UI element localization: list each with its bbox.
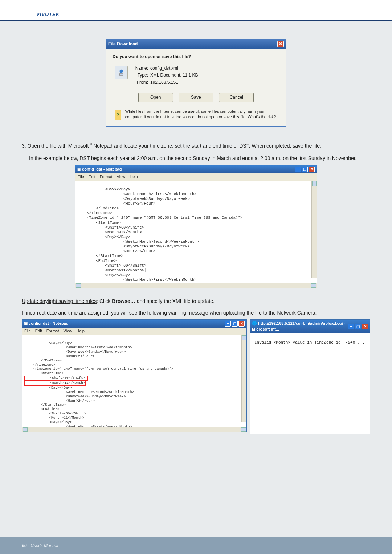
ie-window: 🌐 http://192.168.5.121/cgi-bin/admin/upl… (250, 319, 370, 434)
type-value: XML Document, 11.1 KB (150, 73, 198, 78)
notepad-content: <Day></Day> <WeekinMonth>First</WeekinMo… (78, 187, 242, 283)
menu-edit[interactable]: Edit (89, 174, 95, 180)
notepad-menu[interactable]: File Edit Format View Help (75, 173, 317, 181)
highlight-month: <Month>11</Month> (24, 381, 86, 386)
scrollbar-horizontal[interactable] (22, 427, 246, 432)
step-3-text: 3. Open the file with Microsoft® Notepad… (22, 141, 370, 149)
file-type-icon (115, 66, 128, 79)
notepad-title: config_dst - Notepad (29, 321, 68, 325)
close-icon[interactable]: ✕ (238, 321, 245, 327)
menu-format[interactable]: Format (100, 174, 113, 180)
ie-error-message: Invalid <Month> value in TimeZone id: -2… (250, 333, 370, 358)
highlight-shift: <Shift>60</Shift>| (24, 376, 88, 381)
file-download-dialog: File Download ✕ Do you want to open or s… (106, 39, 286, 127)
brand-label: VIVOTEK (36, 12, 60, 17)
name-value: config_dst.xml (150, 66, 178, 71)
notepad2-mid: <Day></Day> <WeekinMonth>Second</WeekinM… (24, 386, 138, 427)
minimize-icon[interactable]: – (225, 321, 231, 327)
name-label: Name: (132, 65, 148, 71)
scrollbar-horizontal[interactable] (75, 283, 317, 288)
from-value: 192.168.5.151 (150, 80, 178, 85)
minimize-icon[interactable]: – (348, 324, 354, 329)
maximize-icon[interactable]: ▢ (302, 167, 308, 172)
page-footer: 60 - User's Manual (0, 537, 392, 554)
notepad-window: ▣ config_dst - Notepad – ▢ ✕ File Edit F… (75, 165, 317, 288)
notepad2-head: <Day></Day> <WeekinMonth>First</WeekinMo… (24, 341, 173, 375)
dialog-title: File Download (108, 41, 138, 47)
maximize-icon[interactable]: ▢ (232, 321, 238, 327)
maximize-icon[interactable]: ▢ (355, 324, 361, 329)
cancel-button[interactable]: Cancel (219, 93, 254, 102)
from-label: From: (132, 79, 148, 86)
example-paragraph: In the example below, DST begins each ye… (29, 155, 370, 162)
menu-format[interactable]: Format (46, 328, 59, 334)
close-icon[interactable]: ✕ (277, 41, 284, 47)
menu-help[interactable]: Help (76, 328, 85, 334)
ie-title-text: http://192.168.5.121/cgi-bin/admin/uploa… (252, 321, 345, 331)
close-icon[interactable]: ✕ (309, 167, 315, 172)
svg-rect-1 (119, 74, 123, 76)
close-icon[interactable]: ✕ (362, 324, 368, 329)
menu-view[interactable]: View (117, 174, 126, 180)
scrollbar-vertical[interactable] (311, 181, 317, 278)
minimize-icon[interactable]: – (295, 167, 301, 172)
notepad-menu[interactable]: File Edit Format View Help (22, 328, 246, 335)
menu-help[interactable]: Help (130, 174, 138, 180)
svg-point-0 (119, 70, 123, 73)
notepad-title: config_dst - Notepad (82, 167, 122, 171)
open-button[interactable]: Open (138, 93, 173, 102)
menu-view[interactable]: View (64, 328, 72, 334)
scrollbar-vertical[interactable] (241, 335, 246, 422)
dialog-question: Do you want to open or save this file? (113, 54, 279, 60)
notepad-doc-icon: ▣ (24, 321, 29, 325)
type-label: Type: (132, 72, 148, 78)
save-button[interactable]: Save (179, 93, 213, 102)
menu-edit[interactable]: Edit (35, 328, 42, 334)
notepad-window-error: ▣ config_dst - Notepad – ▢ ✕ File Edit F… (22, 319, 247, 432)
menu-file[interactable]: File (78, 174, 84, 180)
ie-icon: 🌐 (252, 321, 258, 325)
notepad-doc-icon: ▣ (77, 167, 82, 171)
warning-text: While files from the Internet can be use… (125, 109, 279, 120)
warning-paragraph: If incorrect date and time are assigned,… (22, 309, 370, 316)
warning-icon: ? (115, 110, 121, 120)
update-dst-text: Update daylight saving time rules: Click… (22, 297, 370, 305)
menu-file[interactable]: File (24, 328, 31, 334)
whats-the-risk-link[interactable]: What's the risk? (248, 115, 276, 119)
